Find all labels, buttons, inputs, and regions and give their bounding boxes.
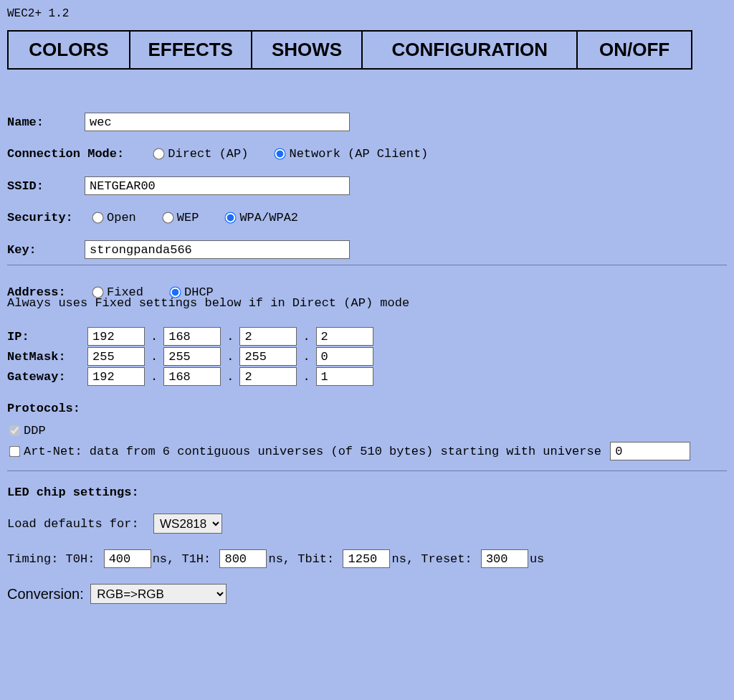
- nav-colors[interactable]: COLORS: [8, 31, 130, 69]
- t1h-input[interactable]: [219, 549, 267, 568]
- nav-configuration[interactable]: CONFIGURATION: [362, 31, 577, 69]
- radio-direct-ap-label: Direct (AP): [168, 147, 248, 161]
- netmask-octet-2[interactable]: [163, 347, 221, 366]
- nav-effects[interactable]: EFFECTS: [130, 31, 252, 69]
- app-title: WEC2+ 1.2: [7, 7, 727, 20]
- netmask-octet-4[interactable]: [316, 347, 373, 366]
- treset-unit: us: [530, 552, 544, 566]
- chip-select[interactable]: WS2818: [153, 514, 222, 534]
- tbit-input[interactable]: [343, 549, 390, 568]
- checkbox-ddp-label: DDP: [24, 424, 46, 438]
- ip-octet-1[interactable]: [87, 327, 145, 346]
- conversion-select[interactable]: RGB=>RGB: [90, 584, 227, 604]
- ip-octet-3[interactable]: [239, 327, 297, 346]
- gateway-label: Gateway:: [7, 370, 85, 384]
- t1h-unit: ns, Tbit:: [268, 552, 334, 566]
- key-label: Key:: [7, 243, 85, 257]
- nav-shows[interactable]: SHOWS: [252, 31, 363, 69]
- netmask-octet-1[interactable]: [87, 347, 145, 366]
- security-label: Security:: [7, 211, 85, 224]
- load-defaults-label: Load defaults for:: [7, 517, 139, 531]
- ip-octet-2[interactable]: [163, 327, 221, 346]
- timing-label: Timing: T0H:: [7, 552, 95, 566]
- t0h-input[interactable]: [104, 549, 151, 568]
- name-label: Name:: [7, 115, 85, 129]
- checkbox-artnet[interactable]: [9, 445, 21, 457]
- radio-address-fixed[interactable]: [92, 286, 103, 298]
- checkbox-artnet-label: Art-Net: data from 6 contiguous universe…: [24, 445, 601, 458]
- main-nav: COLORS EFFECTS SHOWS CONFIGURATION ON/OF…: [7, 30, 692, 70]
- radio-direct-ap[interactable]: [153, 148, 165, 159]
- address-note: Always uses Fixed settings below if in D…: [7, 296, 727, 310]
- ip-octet-4[interactable]: [316, 327, 373, 346]
- ssid-label: SSID:: [7, 179, 85, 193]
- protocols-label: Protocols:: [7, 402, 80, 415]
- radio-address-dhcp[interactable]: [169, 286, 181, 298]
- connection-mode-label: Connection Mode:: [7, 147, 124, 161]
- ip-label: IP:: [7, 330, 85, 344]
- gateway-octet-3[interactable]: [239, 367, 297, 386]
- radio-security-wep-label: WEP: [177, 211, 199, 224]
- radio-security-wep[interactable]: [162, 212, 173, 223]
- radio-security-open-label: Open: [107, 211, 136, 224]
- artnet-universe-input[interactable]: [610, 442, 690, 460]
- netmask-octet-3[interactable]: [239, 347, 297, 366]
- key-input[interactable]: [85, 240, 350, 259]
- t0h-unit: ns, T1H:: [153, 552, 211, 566]
- checkbox-ddp: [9, 425, 21, 437]
- ssid-input[interactable]: [85, 176, 350, 195]
- treset-input[interactable]: [481, 549, 528, 568]
- gateway-octet-2[interactable]: [163, 367, 221, 386]
- divider-2: [7, 470, 727, 471]
- conversion-label: Conversion:: [7, 586, 84, 602]
- name-input[interactable]: [85, 113, 350, 131]
- radio-security-wpa-label: WPA/WPA2: [239, 211, 298, 224]
- led-chip-heading: LED chip settings:: [7, 486, 727, 499]
- divider-1: [7, 265, 727, 265]
- netmask-label: NetMask:: [7, 350, 85, 364]
- radio-security-open[interactable]: [92, 212, 103, 223]
- radio-network-ap-client-label: Network (AP Client): [289, 147, 428, 161]
- nav-onoff[interactable]: ON/OFF: [577, 31, 692, 69]
- tbit-unit: ns, Treset:: [391, 552, 472, 566]
- gateway-octet-4[interactable]: [316, 367, 373, 386]
- radio-network-ap-client[interactable]: [275, 148, 286, 159]
- radio-security-wpa[interactable]: [225, 212, 237, 223]
- gateway-octet-1[interactable]: [87, 367, 145, 386]
